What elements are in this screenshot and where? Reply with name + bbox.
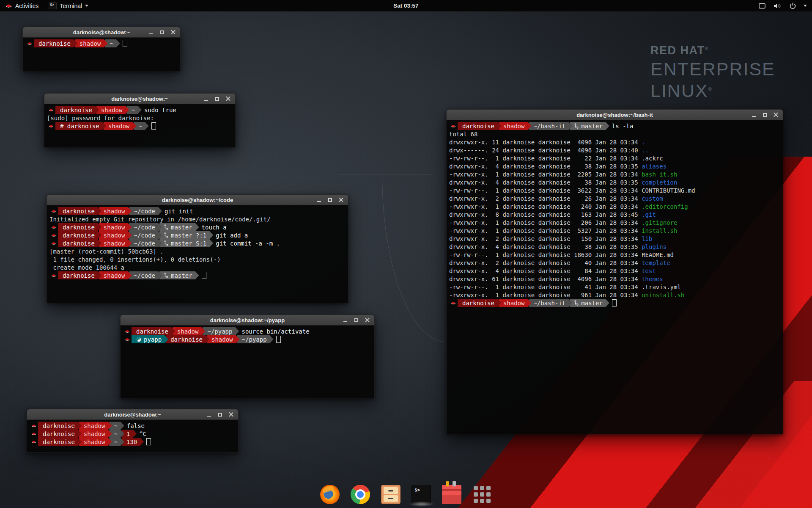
terminal-line: darknoiseshadow~/codegit init [49,207,348,215]
dock-toolbox-icon[interactable] [442,485,461,504]
grid-dot [486,499,491,503]
minimize-button[interactable] [752,113,756,117]
redhat-prompt-icon [49,273,58,277]
terminal-cursor [612,299,617,306]
terminal-line: darknoiseshadow~/codemaster [49,271,348,279]
prompt-segment-host: shadow [173,327,206,335]
dock-terminal-icon[interactable]: $> [411,485,431,504]
terminal-text: bash_it.sh [642,171,677,178]
git-branch-icon [164,224,168,230]
terminal-text: touch a [202,224,227,231]
maximize-button[interactable] [160,30,165,35]
prompt-segment-host: shadow [79,438,112,446]
terminal-text: drwx------. 24 darknoise darknoise 4096 … [449,147,642,154]
app-menu-terminal[interactable]: $> Terminal [44,0,93,11]
terminal-body[interactable]: darknoiseshadow~/codegit initInitialized… [47,205,348,303]
volume-icon[interactable] [773,3,782,9]
grid-dot [474,486,478,490]
close-button[interactable] [171,30,176,35]
terminal-window-code[interactable]: darknoise@shadow:~/codedarknoiseshadow~/… [47,194,348,303]
terminal-window-home-2[interactable]: darknoise@shadow:~darknoiseshadow~falsed… [27,409,239,453]
clock-label[interactable]: Sat 03:57 [393,3,418,9]
activities-button[interactable]: Activities [0,0,44,11]
window-controls [317,198,348,202]
redhat-prompt-icon [30,432,38,436]
minimize-button[interactable] [149,30,154,35]
redhat-prompt-icon [25,41,34,45]
redhat-prompt-icon [123,329,132,333]
git-branch-icon [164,232,168,238]
terminal-text: -rw-rw-r--. 1 darknoise darknoise 18630 … [449,251,674,258]
terminal-line: -rw-rw-r--. 1 darknoise darknoise 22 Jan… [449,154,783,162]
terminal-line: drwxrwxr-x. 4 darknoise darknoise 84 Jan… [449,267,783,275]
terminal-body[interactable]: darknoiseshadow~falsedarknoiseshadow~1^C… [27,420,239,453]
terminal-text: -rwxrwxr-x. 1 darknoise darknoise 5327 J… [449,227,642,234]
chevron-down-icon[interactable] [804,5,807,7]
terminal-text: sudo true [144,107,176,113]
power-icon[interactable] [789,2,796,9]
window-titlebar[interactable]: darknoise@shadow:~/pyapp [120,315,375,326]
terminal-window-pyapp[interactable]: darknoise@shadow:~/pyappdarknoiseshadow~… [120,315,375,398]
minimize-button[interactable] [317,198,321,202]
close-button[interactable] [365,318,370,323]
maximize-button[interactable] [328,198,332,202]
terminal-text: uninstall.sh [642,292,684,298]
window-titlebar[interactable]: darknoise@shadow:~ [27,409,239,420]
window-titlebar[interactable]: darknoise@shadow:~/code [47,194,348,205]
terminal-window-bash-it[interactable]: darknoise@shadow:~/bash-itdarknoiseshado… [446,109,783,434]
terminal-body[interactable]: darknoiseshadow~/pyappsource bin/activat… [120,326,375,398]
terminal-body[interactable]: darknoiseshadow~ [22,38,181,71]
screen-icon[interactable] [758,3,766,9]
close-button[interactable] [226,97,230,101]
close-button[interactable] [774,113,778,117]
terminal-body[interactable]: darknoiseshadow~/bash-itmasterls -latota… [446,120,783,434]
terminal-app-icon: $> [49,2,57,9]
terminal-text: drwxrwxr-x. 4 darknoise darknoise 38 Jan… [449,179,642,186]
dock-grid-icon[interactable] [472,485,492,504]
minimize-button[interactable] [204,97,208,101]
prompt-segment-host: shadow [75,39,108,47]
grid-dot [486,492,491,497]
terminal-line: darknoiseshadow~/pyappsource bin/activat… [123,327,374,335]
maximize-button[interactable] [218,412,222,417]
dock-files-icon[interactable] [381,485,401,504]
git-branch-icon [164,273,168,278]
terminal-text: drwxrwxr-x. 2 darknoise darknoise 26 Jan… [449,195,642,202]
close-button[interactable] [229,412,233,417]
active-indicator [409,501,434,507]
terminal-body[interactable]: darknoiseshadow~sudo true[sudo] password… [44,104,236,147]
terminal-text: . [642,139,645,146]
minimize-button[interactable] [343,318,348,323]
prompt-segment-path: ~/pyapp [203,327,239,335]
terminal-text: drwxrwxr-x. 61 darknoise darknoise 4096 … [449,276,642,282]
terminal-line: darknoiseshadow~false [30,422,238,430]
terminal-text: drwxrwxr-x. 4 darknoise darknoise 38 Jan… [449,243,642,250]
top-bar: Activities $> Terminal Sat 03:57 [0,0,812,11]
terminal-text: drwxrwxr-x. 2 darknoise darknoise 150 Ja… [449,235,642,242]
prompt-segment-user: darknoise [132,327,175,335]
prompt-segment-user: darknoise [166,335,209,343]
redhat-prompt-icon [30,424,38,428]
maximize-button[interactable] [354,318,359,323]
maximize-button[interactable] [763,113,767,117]
terminal-window-home-1[interactable]: darknoise@shadow:~darknoiseshadow~ [22,27,181,71]
terminal-line: 1 file changed, 0 insertions(+), 0 delet… [49,255,348,263]
window-titlebar[interactable]: darknoise@shadow:~ [44,93,236,104]
git-branch-icon [164,240,168,246]
minimize-button[interactable] [207,412,211,417]
dock-chrome-icon[interactable] [351,485,370,504]
window-titlebar[interactable]: darknoise@shadow:~/bash-it [446,109,783,120]
terminal-line: darknoiseshadow~/codemastertouch a [49,223,348,231]
terminal-window-sudo[interactable]: darknoise@shadow:~darknoiseshadow~sudo t… [44,93,236,147]
terminal-text: drwxrwxr-x. 4 darknoise darknoise 84 Jan… [449,268,642,274]
dock-firefox-icon[interactable] [320,485,340,504]
window-titlebar[interactable]: darknoise@shadow:~ [22,27,181,38]
prompt-segment-user: darknoise [58,231,102,239]
prompt-segment-user: darknoise [38,422,82,430]
terminal-text: [sudo] password for darknoise: [47,115,154,121]
close-button[interactable] [339,198,343,202]
terminal-line: pyappdarknoiseshadow~/pyapp [123,335,374,343]
prompt-segment-host: shadow [99,271,132,279]
maximize-button[interactable] [215,97,219,101]
terminal-text: .gitignore [642,219,677,226]
